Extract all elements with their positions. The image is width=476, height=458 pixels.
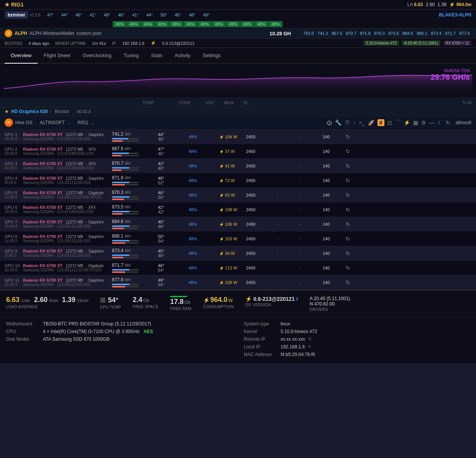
gpu-info: GPU 2 Radeon RX 6700 XT 12272 MB · XFX 0… <box>5 147 112 156</box>
hive-os-label: Hive OS <box>15 120 33 125</box>
tune-icon[interactable]: ⚡ <box>404 120 410 126</box>
power-on-icon[interactable]: ⏻ <box>327 120 332 126</box>
lightning-icon: ⚡ <box>219 281 224 285</box>
gpu-fan-col: 48% <box>189 222 219 227</box>
gpu-hash: 741.2 MH <box>112 131 158 137</box>
gpu-refresh-col[interactable]: ↻ <box>346 221 361 227</box>
gpu-row-9: GPU 9 Radeon RX 6700 XT 12272 MB · Sapph… <box>0 246 476 261</box>
gpu-refresh-icon[interactable]: ↻ <box>346 163 350 169</box>
gpu-refresh-col[interactable]: ↻ <box>346 265 361 271</box>
gpu-memclock-col: - <box>300 164 323 168</box>
gpu-memclock: - <box>300 222 301 227</box>
gpu-memtype: Samsung GDDR6 · 113-D5121100-O02 <box>23 253 91 258</box>
gpu-refresh-col[interactable]: ↻ <box>346 134 361 140</box>
gpu-temp-col: 44° 48° <box>158 132 189 141</box>
gpu-vdd: - <box>277 251 278 256</box>
clock-icon[interactable]: ⏱ <box>345 120 350 126</box>
gpu-core-col: 2450 <box>246 266 277 270</box>
gpu-power-col: ⚡ 34 W <box>219 251 246 256</box>
tab-settings[interactable]: Settings <box>197 48 227 63</box>
rocket-icon[interactable]: 🚀 <box>368 120 374 126</box>
gpu-refresh-icon[interactable]: ↻ <box>346 236 350 242</box>
gpu-model: Radeon RX 6700 XT <box>23 205 62 210</box>
gpu-refresh-col[interactable]: ↻ <box>346 192 361 198</box>
gpu-core-col: 2450 <box>246 135 277 139</box>
display-icon[interactable]: ⊡ <box>387 120 392 126</box>
gpu-hash-col: 870.7 MH <box>112 161 158 171</box>
hd-brand: Biostar <box>55 109 69 114</box>
gpu-memtype: Samsung GDDR6 · 113-D5121100-O02 <box>23 224 91 228</box>
gpu-refresh-icon[interactable]: ↻ <box>346 279 350 286</box>
gpu-hash: 873.5 MH <box>112 204 158 210</box>
tools-icon[interactable]: ⚙ <box>421 120 426 126</box>
gpu-refresh-icon[interactable]: ↻ <box>346 207 350 213</box>
gpu-refresh-col[interactable]: ↻ <box>346 163 361 169</box>
bottom-info: Motherboard TB250-BTC PRO BIOSTAR Group … <box>0 317 476 363</box>
gpu-power-col: ⚡ 72 W <box>219 178 246 183</box>
gpu-row-4: GPU 4 Radeon RX 6700 XT 12272 MB · Sapph… <box>0 173 476 188</box>
antenna-icon[interactable]: ⌒ <box>395 119 400 126</box>
gpu-refresh-col[interactable]: ↻ <box>346 207 361 213</box>
gpu-fan: 48% <box>189 149 197 154</box>
gpu-core: 2450 <box>246 193 255 197</box>
gpu-memtype: Samsung GDDR6 · 113-D5121100-O02 <box>23 282 91 287</box>
free-ram-group: 17.8 Gb FREE RAM <box>170 296 192 311</box>
minus-icon[interactable]: — <box>429 120 435 126</box>
wrench-icon[interactable]: 🔧 <box>335 120 341 126</box>
gpu-hash-col: 886.1 MH <box>112 233 158 244</box>
gpu-pl-col: 140 <box>323 222 346 227</box>
gpu-brand: · Sapphire <box>86 176 104 181</box>
local-ip-copy-icon[interactable]: ⧉ <box>308 344 311 350</box>
moon-icon[interactable]: ☾ <box>438 120 443 126</box>
tab-activity[interactable]: Activity <box>169 48 197 63</box>
gpu-power: 34 W <box>225 251 235 256</box>
gpu-pl-col: 140 <box>323 266 346 270</box>
upload-icon[interactable]: ↑ <box>353 120 356 126</box>
gpu-brand: · Gigabyte <box>86 191 104 195</box>
lightning-icon: ⚡ <box>219 179 224 183</box>
gpu-bars <box>112 284 158 287</box>
gpu-refresh-col[interactable]: ↻ <box>346 177 361 184</box>
gpu-refresh-col[interactable]: ↻ <box>346 250 361 256</box>
gpu-power: 108 W <box>225 207 237 212</box>
tag-icon[interactable]: # <box>378 119 384 126</box>
tab-overview[interactable]: Overview <box>5 48 38 64</box>
gpu-fan: 48% <box>189 207 197 212</box>
gpu-icon[interactable]: ▦ <box>413 120 418 126</box>
gpu-model: Radeon RX 6700 XT <box>23 263 62 268</box>
gpu-refresh-icon[interactable]: ↻ <box>346 250 350 256</box>
gpu-core: 2450 <box>246 207 255 212</box>
sys-badges: 5.10.0-hiveos #72 A 20.40 (5.11.1001) RX… <box>364 41 471 46</box>
cpu-temp-group: ⊞ 54° CPU TEMP <box>100 296 121 309</box>
gpu-refresh-icon[interactable]: ↻ <box>346 134 350 140</box>
gpu-temp2: 50° <box>158 195 189 200</box>
gpu-refresh-icon[interactable]: ↻ <box>346 221 350 227</box>
gpu-hash: 877.6 MH <box>112 277 158 282</box>
gpu-refresh-icon[interactable]: ↻ <box>346 148 350 154</box>
gpu-refresh-col[interactable]: ↻ <box>346 236 361 242</box>
tab-flight-sheet[interactable]: Flight Sheet <box>38 48 76 63</box>
gpu-refresh-icon[interactable]: ↻ <box>346 177 350 184</box>
top-bar: ★ RIG1 LA 6.63 2.60 1.39 ⚡ 964.0w <box>0 0 476 10</box>
tab-overclocking[interactable]: Overclocking <box>77 48 118 63</box>
gpu-refresh-col[interactable]: ↻ <box>346 279 361 286</box>
refresh-icon[interactable]: ↻ <box>446 120 450 126</box>
gpu-temp2: 48° <box>158 253 189 258</box>
gpu-temp2: 48° <box>158 137 189 141</box>
gpu-refresh-icon[interactable]: ↻ <box>346 192 350 198</box>
tab-tuning[interactable]: Tuning <box>118 48 145 63</box>
gpu-refresh-icon[interactable]: ↻ <box>346 265 350 271</box>
terminal-icon[interactable]: >_ <box>359 120 365 126</box>
gpu-memclock-col: - <box>300 222 323 227</box>
gpu-refresh-col[interactable]: ↻ <box>346 148 361 154</box>
gpu-memclock-col: - <box>300 251 323 256</box>
gpu-brand: · Sapphire <box>86 249 104 253</box>
gpu-fan: 48% <box>189 236 197 241</box>
gpu-temp2: 42° <box>158 210 189 214</box>
tab-stats[interactable]: Stats <box>145 48 169 63</box>
gpu-core-col: 2450 <box>246 251 277 256</box>
gpu-id: GPU 6 <box>5 205 20 210</box>
gpu-info: GPU 1 Radeon RX 6700 XT 12272 MB · Sapph… <box>5 132 112 141</box>
gpu-mem: 12272 MB <box>66 162 83 166</box>
remote-ip-copy-icon[interactable]: ⧉ <box>309 337 311 342</box>
